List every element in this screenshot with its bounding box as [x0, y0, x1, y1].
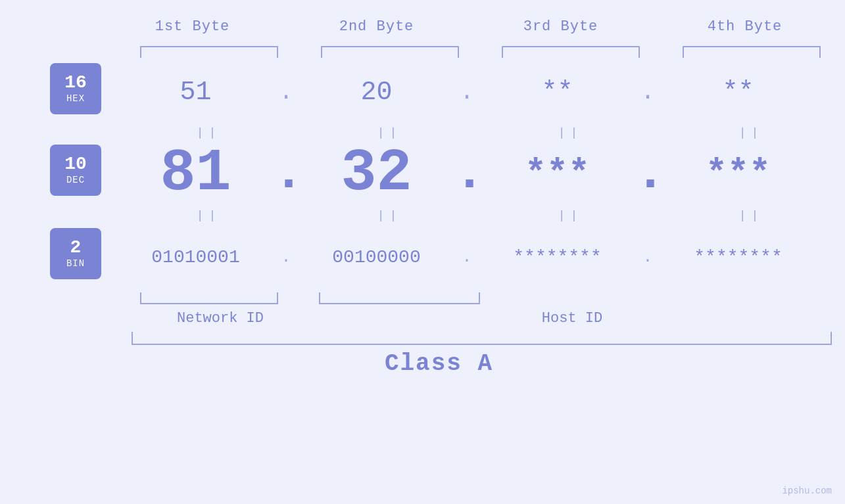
dot-dec-2: . [454, 147, 480, 200]
byte-headers: 1st Byte 2nd Byte 3rd Byte 4th Byte [0, 18, 845, 35]
byte3-header: 3rd Byte [469, 18, 653, 35]
network-id-label: Network ID [118, 310, 322, 327]
bin-byte4: ******** [694, 247, 782, 267]
dot-hex-2: . [454, 79, 480, 106]
sep-2-b1: || [197, 209, 222, 222]
byte1-header: 1st Byte [101, 18, 285, 35]
overall-bracket [132, 332, 832, 345]
dot-hex-3: . [635, 79, 661, 106]
sep-1-b3: || [558, 126, 583, 139]
main-container: 1st Byte 2nd Byte 3rd Byte 4th Byte [0, 0, 845, 504]
bin-byte2: 00100000 [332, 247, 420, 267]
dot-dec-3: . [635, 147, 661, 200]
dec-badge: 10 DEC [50, 145, 101, 196]
sep-1-b1: || [197, 126, 222, 139]
bracket-byte3-top [502, 46, 640, 58]
bin-badge-number: 2 [70, 239, 82, 257]
dot-hex-1: . [273, 79, 299, 106]
watermark: ipshu.com [782, 486, 832, 496]
hex-byte3: ** [541, 78, 573, 107]
hex-byte4: ** [722, 78, 754, 107]
hex-badge-number: 16 [64, 74, 87, 92]
bracket-byte1-top [140, 46, 278, 58]
bin-badge-label: BIN [66, 258, 85, 269]
class-label: Class A [385, 350, 493, 377]
bin-byte3: ******** [513, 247, 601, 267]
sep-1-b4: || [739, 126, 764, 139]
sep-1-b2: || [377, 126, 402, 139]
hex-byte1: 51 [180, 78, 211, 107]
bracket-byte1-bottom [140, 292, 278, 304]
hex-badge-label: HEX [66, 93, 85, 104]
bracket-byte2-top [321, 46, 459, 58]
bracket-byte4-top [683, 46, 821, 58]
dot-dec-1: . [273, 147, 299, 200]
sep-2-b3: || [558, 209, 583, 222]
dec-byte2: 32 [341, 144, 412, 203]
dot-bin-1: . [273, 248, 299, 266]
dec-byte4: *** [706, 153, 771, 195]
host-id-label: Host ID [322, 310, 822, 327]
sep-2-b2: || [377, 209, 402, 222]
hex-byte2: 20 [360, 78, 392, 107]
dec-badge-number: 10 [64, 155, 87, 173]
byte2-header: 2nd Byte [285, 18, 469, 35]
dot-bin-2: . [454, 248, 480, 266]
dec-byte1: 81 [160, 144, 231, 203]
bracket-host-bottom [319, 292, 480, 304]
bin-byte1: 01010001 [151, 247, 239, 267]
dec-badge-label: DEC [66, 175, 85, 185]
sep-2-b4: || [739, 209, 764, 222]
byte4-header: 4th Byte [653, 18, 837, 35]
dot-bin-3: . [635, 248, 661, 266]
hex-badge: 16 HEX [50, 63, 101, 114]
dec-byte3: *** [525, 153, 590, 195]
bin-badge: 2 BIN [50, 228, 101, 279]
